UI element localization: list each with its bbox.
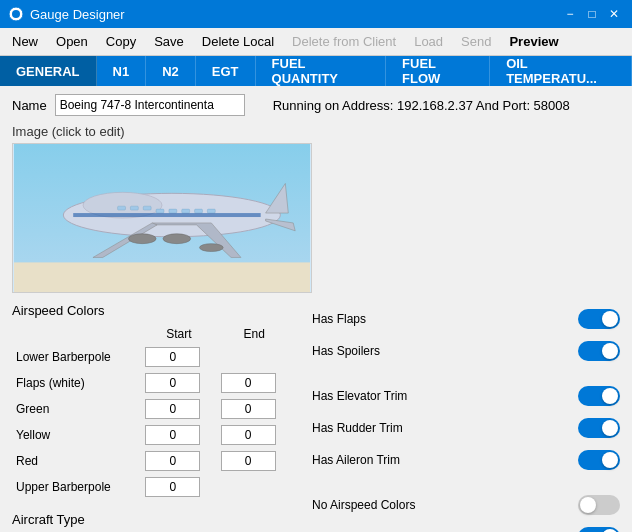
tab-general[interactable]: GENERAL <box>0 56 97 86</box>
toggle-switch-7[interactable] <box>578 495 620 515</box>
color-start-1[interactable] <box>145 373 200 393</box>
color-row-label-3: Yellow <box>12 422 141 448</box>
content-columns: Airspeed Colors Start End Lower Barberpo… <box>12 303 620 532</box>
right-column: Has FlapsHas SpoilersHas Elevator TrimHa… <box>312 303 620 532</box>
color-row-label-5: Upper Barberpole <box>12 474 141 500</box>
svg-rect-21 <box>73 213 260 217</box>
tab-fuel-quantity[interactable]: FUEL QUANTITY <box>256 56 387 86</box>
svg-rect-19 <box>195 209 203 213</box>
toggle-label-0: Has Flaps <box>312 312 366 326</box>
menu-load: Load <box>406 31 451 52</box>
toggle-switch-5[interactable] <box>578 450 620 470</box>
svg-rect-13 <box>118 206 126 210</box>
color-start-4[interactable] <box>145 451 200 471</box>
color-row-1: Flaps (white) <box>12 370 292 396</box>
color-row-2: Green <box>12 396 292 422</box>
svg-rect-18 <box>182 209 190 213</box>
toggle-divider-2 <box>312 373 620 374</box>
toggle-row-0: Has Flaps <box>312 307 620 331</box>
image-label: Image (click to edit) <box>12 124 620 139</box>
svg-rect-17 <box>169 209 177 213</box>
col-start-header: Start <box>141 324 216 344</box>
menu-send: Send <box>453 31 499 52</box>
color-row-label-0: Lower Barberpole <box>12 344 141 370</box>
tab-n2[interactable]: N2 <box>146 56 196 86</box>
color-start-3[interactable] <box>145 425 200 445</box>
toggle-divider-6 <box>312 482 620 483</box>
title-text: Gauge Designer <box>30 7 125 22</box>
airspeed-colors-table: Start End Lower BarberpoleFlaps (white)G… <box>12 324 292 500</box>
tab-fuel-flow[interactable]: FUEL FLOW <box>386 56 490 86</box>
toggle-section: Has FlapsHas SpoilersHas Elevator TrimHa… <box>312 303 620 532</box>
toggle-row-3: Has Elevator Trim <box>312 384 620 408</box>
color-end-3[interactable] <box>221 425 276 445</box>
svg-rect-14 <box>130 206 138 210</box>
toggle-switch-8[interactable] <box>578 527 620 532</box>
toggle-row-5: Has Aileron Trim <box>312 448 620 472</box>
color-start-0[interactable] <box>145 347 200 367</box>
svg-rect-20 <box>207 209 215 213</box>
aircraft-type-title: Aircraft Type <box>12 512 292 527</box>
color-end-2[interactable] <box>221 399 276 419</box>
color-start-5[interactable] <box>145 477 200 497</box>
svg-point-12 <box>128 234 156 244</box>
toggle-label-4: Has Rudder Trim <box>312 421 403 435</box>
menu-delete-client: Delete from Client <box>284 31 404 52</box>
name-row: Name Running on Address: 192.168.2.37 An… <box>12 94 620 116</box>
menu-open[interactable]: Open <box>48 31 96 52</box>
maximize-button[interactable]: □ <box>582 5 602 23</box>
minimize-button[interactable]: − <box>560 5 580 23</box>
color-row-5: Upper Barberpole <box>12 474 292 500</box>
color-end-4[interactable] <box>221 451 276 471</box>
image-box[interactable] <box>12 143 312 293</box>
left-column: Airspeed Colors Start End Lower Barberpo… <box>12 303 292 532</box>
tab-oil-temp[interactable]: OIL TEMPERATU... <box>490 56 632 86</box>
tab-egt[interactable]: EGT <box>196 56 256 86</box>
color-row-label-4: Red <box>12 448 141 474</box>
menu-copy[interactable]: Copy <box>98 31 144 52</box>
svg-rect-15 <box>143 206 151 210</box>
menu-delete-local[interactable]: Delete Local <box>194 31 282 52</box>
svg-rect-16 <box>156 209 164 213</box>
svg-point-11 <box>199 244 223 252</box>
toggle-label-1: Has Spoilers <box>312 344 380 358</box>
toggle-row-8: Dynamic (upper) Barberpole <box>312 525 620 532</box>
col-end-header: End <box>217 324 292 344</box>
color-row-label-2: Green <box>12 396 141 422</box>
menu-new[interactable]: New <box>4 31 46 52</box>
tab-bar: GENERAL N1 N2 EGT FUEL QUANTITY FUEL FLO… <box>0 56 632 86</box>
name-label: Name <box>12 98 47 113</box>
color-start-2[interactable] <box>145 399 200 419</box>
color-row-4: Red <box>12 448 292 474</box>
title-bar: Gauge Designer − □ ✕ <box>0 0 632 28</box>
toggle-switch-1[interactable] <box>578 341 620 361</box>
svg-rect-3 <box>14 262 310 292</box>
color-end-1[interactable] <box>221 373 276 393</box>
app-icon <box>8 6 24 22</box>
menu-preview[interactable]: Preview <box>501 31 566 52</box>
tab-n1[interactable]: N1 <box>97 56 147 86</box>
toggle-row-1: Has Spoilers <box>312 339 620 363</box>
toggle-row-7: No Airspeed Colors <box>312 493 620 517</box>
svg-point-1 <box>12 10 20 18</box>
color-row-3: Yellow <box>12 422 292 448</box>
toggle-row-4: Has Rudder Trim <box>312 416 620 440</box>
close-button[interactable]: ✕ <box>604 5 624 23</box>
menu-bar: New Open Copy Save Delete Local Delete f… <box>0 28 632 56</box>
toggle-label-5: Has Aileron Trim <box>312 453 400 467</box>
toggle-label-7: No Airspeed Colors <box>312 498 415 512</box>
toggle-switch-3[interactable] <box>578 386 620 406</box>
image-section: Image (click to edit) <box>12 124 620 293</box>
name-input[interactable] <box>55 94 245 116</box>
svg-point-10 <box>163 234 191 244</box>
toggle-label-3: Has Elevator Trim <box>312 389 407 403</box>
color-row-0: Lower Barberpole <box>12 344 292 370</box>
color-row-label-1: Flaps (white) <box>12 370 141 396</box>
address-text: Running on Address: 192.168.2.37 And Por… <box>273 98 570 113</box>
toggle-switch-4[interactable] <box>578 418 620 438</box>
main-content: Name Running on Address: 192.168.2.37 An… <box>0 86 632 532</box>
airspeed-colors-title: Airspeed Colors <box>12 303 292 318</box>
toggle-switch-0[interactable] <box>578 309 620 329</box>
menu-save[interactable]: Save <box>146 31 192 52</box>
